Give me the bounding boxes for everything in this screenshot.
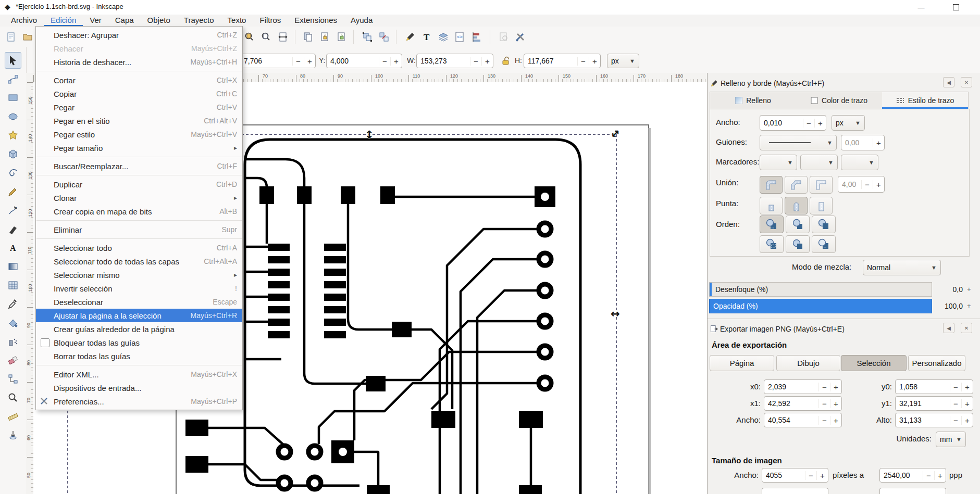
dropper-icon[interactable] (5, 296, 21, 312)
tab-relleno[interactable]: Relleno (710, 92, 796, 109)
menu-item-duplicar[interactable]: DuplicarCtrl+D (36, 178, 242, 191)
menu-item-clonar[interactable]: Clonar▸ (36, 191, 242, 205)
minimize-button[interactable]: — (909, 0, 933, 15)
preferences-icon[interactable] (513, 30, 528, 44)
dock-close-button[interactable]: ✕ (961, 323, 972, 333)
spiral-icon[interactable] (5, 164, 21, 181)
increment-button[interactable]: + (830, 399, 841, 408)
increment-button[interactable]: + (967, 299, 971, 313)
x0-input[interactable]: 2,039−+ (764, 379, 842, 394)
zoom-icon[interactable] (5, 389, 21, 406)
increment-button[interactable]: + (934, 471, 946, 480)
join-miter-button[interactable] (810, 176, 833, 194)
decrement-button[interactable]: − (818, 383, 830, 391)
menu-ayuda[interactable]: Ayuda (344, 15, 379, 27)
menu-item-deshacer[interactable]: Deshacer: AgruparCtrl+Z (36, 28, 242, 42)
menu-edicion[interactable]: Edición (44, 15, 83, 27)
increment-button[interactable]: + (873, 180, 884, 189)
menu-item-preferencias[interactable]: Preferencias...Mayús+Ctrl+P (36, 395, 242, 408)
export-width-input[interactable]: 40,554−+ (764, 413, 842, 427)
y0-input[interactable]: 1,058−+ (895, 379, 973, 394)
opacity-value[interactable]: 100,0 (932, 299, 963, 313)
node-editor-icon[interactable] (5, 71, 21, 87)
increment-button[interactable]: + (873, 138, 884, 147)
opacity-slider[interactable]: Opacidad (%) (709, 299, 932, 313)
text-icon[interactable]: A (5, 239, 21, 256)
text-dialog-icon[interactable]: T (419, 30, 435, 44)
increment-button[interactable]: + (961, 383, 973, 391)
decrement-button[interactable]: − (805, 471, 816, 480)
menu-item-pegar-en-sitio[interactable]: Pegar en el sitioCtrl+Alt+V (36, 114, 242, 128)
menu-item-cortar[interactable]: CortarCtrl+X (36, 73, 242, 87)
y-input[interactable]: 4,000−+ (326, 54, 402, 68)
menu-item-pegar[interactable]: PegarCtrl+V (36, 100, 242, 114)
scale-handle-vertical[interactable]: ↕ (365, 129, 374, 141)
increment-button[interactable]: + (961, 399, 973, 408)
box3d-icon[interactable] (5, 146, 21, 162)
dpi-input-partial[interactable] (879, 488, 946, 494)
decrement-button[interactable]: − (292, 57, 304, 66)
x-value[interactable]: 7,706 (240, 57, 292, 65)
menu-item-eliminar[interactable]: EliminarSupr (36, 223, 242, 236)
dpi-value[interactable]: 2540,00 (880, 471, 923, 479)
ellipse-icon[interactable] (5, 108, 21, 125)
export-height-input[interactable]: 31,133−+ (895, 413, 973, 427)
menu-item-historia-deshacer[interactable]: Historia de deshacer...Mayús+Ctrl+H (36, 55, 242, 69)
align-distribute-icon[interactable] (469, 30, 485, 44)
blend-mode-dropdown[interactable]: Normal▼ (863, 260, 941, 275)
order-smf-button[interactable] (786, 216, 810, 233)
mesh-icon[interactable] (5, 277, 21, 294)
checkbox[interactable] (41, 338, 49, 347)
y1-input[interactable]: 32,191−+ (895, 396, 973, 411)
duplicate-icon[interactable] (300, 30, 316, 44)
dash-pattern-dropdown[interactable]: ▼ (760, 135, 837, 150)
cap-round-button[interactable] (785, 197, 808, 214)
marker-mid-dropdown[interactable]: ▼ (800, 155, 838, 170)
rectangle-icon[interactable] (5, 90, 21, 106)
x-input[interactable]: 7,706−+ (240, 54, 316, 68)
menu-item-pegar-tamano[interactable]: Pegar tamaño▸ (36, 141, 242, 155)
pen-icon[interactable] (5, 202, 21, 219)
y1-value[interactable]: 32,191 (896, 399, 950, 408)
menu-trayecto[interactable]: Trayecto (177, 15, 221, 27)
h-value[interactable]: 117,667 (524, 57, 577, 65)
menu-filtros[interactable]: Filtros (253, 15, 288, 27)
export-units-dropdown[interactable]: mm▼ (936, 432, 966, 447)
export-tab-dibujo[interactable]: Dibujo (776, 355, 840, 371)
w-input[interactable]: 153,273−+ (416, 54, 493, 68)
increment-button[interactable]: + (967, 282, 971, 297)
export-png-header[interactable]: Exportar imagen PNG (Mayús+Ctrl+E) (708, 322, 980, 336)
unlink-clone-icon[interactable] (333, 30, 349, 44)
blur-value[interactable]: 0,0 (935, 282, 963, 297)
zoom-page-icon[interactable] (258, 30, 274, 44)
increment-button[interactable]: + (830, 416, 841, 425)
h-input[interactable]: 117,667−+ (524, 54, 601, 68)
fill-stroke-header[interactable]: Relleno y borde (Mayús+Ctrl+F) (708, 76, 980, 91)
stroke-width-unit-dropdown[interactable]: px▼ (832, 115, 865, 131)
menu-item-seleccionar-todo[interactable]: Seleccionar todoCtrl+A (36, 241, 242, 255)
units-dropdown[interactable]: px▼ (607, 54, 639, 68)
menu-item-dispositivos-entrada[interactable]: Dispositivos de entrada... (36, 381, 242, 395)
selector-icon[interactable] (5, 52, 21, 69)
dock-collapse-button[interactable]: ◀ (943, 77, 954, 87)
decrement-button[interactable]: − (861, 180, 873, 189)
decrement-button[interactable]: − (923, 471, 934, 480)
tab-estilo-de-trazo[interactable]: Estilo de trazo (882, 92, 968, 109)
order-mfs-button[interactable] (760, 235, 784, 253)
menu-ver[interactable]: Ver (83, 15, 108, 27)
cap-square-button[interactable] (810, 197, 833, 214)
stroke-width-input[interactable]: 0,010−+ (760, 115, 826, 131)
tab-color-de-trazo[interactable]: Color de trazo (796, 92, 882, 109)
increment-button[interactable]: + (481, 57, 493, 66)
join-round-button[interactable] (760, 176, 783, 194)
increment-button[interactable]: + (816, 471, 828, 480)
menu-capa[interactable]: Capa (108, 15, 141, 27)
menu-item-crear-copia-mapa-bits[interactable]: Crear copia en mapa de bitsAlt+B (36, 205, 242, 218)
menu-item-crear-guias-pagina[interactable]: Crear guías alrededor de la página (36, 322, 242, 336)
spray-icon[interactable] (5, 333, 21, 350)
marker-start-dropdown[interactable]: ▼ (760, 155, 797, 170)
increment-button[interactable]: + (390, 57, 402, 66)
increment-button[interactable]: + (814, 119, 826, 128)
menu-extensiones[interactable]: Extensiones (288, 15, 344, 27)
dpi-input[interactable]: 2540,00−+ (879, 468, 946, 483)
